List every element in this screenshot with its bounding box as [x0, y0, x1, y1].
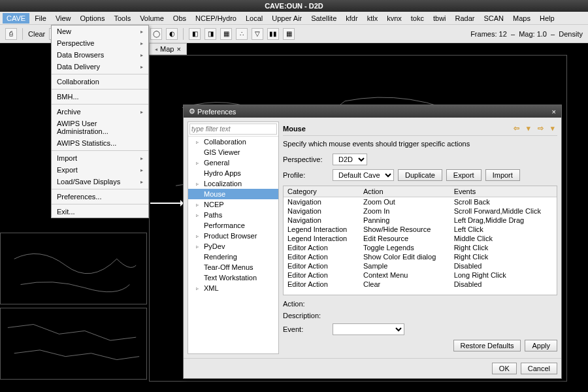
- map-thumb-1[interactable]: [0, 233, 147, 304]
- profile-select[interactable]: Default Cave: [333, 169, 394, 181]
- tree-node-hydroapps[interactable]: Hydro Apps: [188, 168, 278, 178]
- annotation-arrow: [150, 203, 183, 204]
- tree-node-general[interactable]: ▹General: [188, 157, 278, 168]
- restore-defaults-button[interactable]: Restore Defaults: [453, 340, 521, 351]
- tree-node-ncep[interactable]: ▹NCEP: [188, 199, 278, 210]
- cancel-button[interactable]: Cancel: [521, 363, 557, 374]
- menu-file[interactable]: File: [31, 13, 50, 24]
- menu-item-bmh[interactable]: BMH...: [52, 91, 148, 103]
- table-row[interactable]: Editor ActionContext MenuLong Right Clic…: [284, 270, 557, 280]
- event-label: Event:: [283, 325, 329, 333]
- table-row[interactable]: NavigationZoom OutScroll Back: [284, 197, 557, 207]
- tree-node-textworkstation[interactable]: Text Workstation: [188, 272, 278, 283]
- tab-map[interactable]: ◂ Map ×: [149, 43, 187, 55]
- map-thumb-2[interactable]: [0, 308, 147, 380]
- col-category[interactable]: Category: [284, 186, 359, 197]
- layer2-icon[interactable]: ◨: [204, 28, 216, 40]
- menu-view[interactable]: View: [52, 13, 75, 24]
- menu-tools[interactable]: Tools: [110, 13, 135, 24]
- menu-local[interactable]: Local: [242, 13, 267, 24]
- menu-item-archive[interactable]: Archive▸: [52, 106, 148, 118]
- menu-help[interactable]: Help: [536, 13, 559, 24]
- menu-ktlx[interactable]: ktlx: [363, 13, 382, 24]
- layer1-icon[interactable]: ◧: [189, 28, 201, 40]
- close-icon[interactable]: ×: [552, 108, 556, 116]
- ok-button[interactable]: OK: [492, 363, 517, 374]
- menu-item-awipsstatistics[interactable]: AWIPS Statistics...: [52, 137, 148, 149]
- menu-item-perspective[interactable]: Perspective▸: [52, 37, 148, 49]
- chevron-right-icon: ▸: [140, 52, 143, 58]
- perspective-select[interactable]: D2D: [333, 154, 367, 165]
- duplicate-button[interactable]: Duplicate: [398, 169, 442, 181]
- menu-item-preferences[interactable]: Preferences...: [52, 191, 148, 203]
- tree-node-gisviewer[interactable]: GIS Viewer: [188, 147, 278, 157]
- gear-icon: ⚙: [189, 107, 195, 116]
- menu-kfdr[interactable]: kfdr: [342, 13, 361, 24]
- layer3-icon[interactable]: ▦: [220, 28, 232, 40]
- import-button[interactable]: Import: [485, 169, 520, 181]
- table-row[interactable]: NavigationPanningLeft Drag,Middle Drag: [284, 216, 557, 225]
- menu-satellite[interactable]: Satellite: [307, 13, 340, 24]
- tree-node-paths[interactable]: ▹Paths: [188, 210, 278, 220]
- mouse-events-table[interactable]: CategoryActionEventsNavigationZoom OutSc…: [283, 186, 557, 295]
- grid1-icon[interactable]: ▮▮: [267, 28, 279, 40]
- filter-input[interactable]: [189, 123, 277, 135]
- menu-scan[interactable]: SCAN: [480, 13, 508, 24]
- menu-volume[interactable]: Volume: [136, 13, 168, 24]
- table-row[interactable]: Editor ActionSampleDisabled: [284, 261, 557, 270]
- menu-item-loadsavedisplays[interactable]: Load/Save Displays▸: [52, 176, 148, 188]
- menu-ncephydro[interactable]: NCEP/Hydro: [191, 13, 240, 24]
- tree-node-rendering[interactable]: Rendering: [188, 252, 278, 262]
- tree-node-pydev[interactable]: ▹PyDev: [188, 241, 278, 252]
- menu-kvnx[interactable]: kvnx: [383, 13, 406, 24]
- clear-button[interactable]: Clear: [28, 30, 45, 38]
- menu-tokc[interactable]: tokc: [407, 13, 428, 24]
- table-row[interactable]: Legend InteractionEdit ResourceMiddle Cl…: [284, 234, 557, 243]
- menu-upperair[interactable]: Upper Air: [268, 13, 306, 24]
- menu-obs[interactable]: Obs: [169, 13, 190, 24]
- table-row[interactable]: Legend InteractionShow/Hide ResourceLeft…: [284, 225, 557, 234]
- tree-expand-icon: ▹: [196, 160, 201, 166]
- tree-node-xml[interactable]: ▹XML: [188, 283, 278, 293]
- tree-node-productbrowser[interactable]: ▹Product Browser: [188, 231, 278, 241]
- tree-node-tearoffmenus[interactable]: Tear-Off Menus: [188, 262, 278, 272]
- col-events[interactable]: Events: [450, 186, 557, 197]
- menu-item-datadelivery[interactable]: Data Delivery▸: [52, 61, 148, 73]
- close-icon[interactable]: ×: [176, 45, 180, 53]
- table-row[interactable]: Editor ActionToggle LegendsRight Click: [284, 243, 557, 252]
- dots-icon[interactable]: ∴: [236, 28, 248, 40]
- step-icon[interactable]: ◐: [166, 28, 178, 40]
- menu-item-collaboration[interactable]: Collaboration: [52, 76, 148, 88]
- apply-button[interactable]: Apply: [525, 340, 557, 351]
- print-icon[interactable]: ⎙: [5, 28, 17, 40]
- tree-node-mouse[interactable]: Mouse: [188, 189, 278, 199]
- menu-radar[interactable]: Radar: [451, 13, 479, 24]
- menu-item-awipsuseradministration[interactable]: AWIPS User Administration...: [52, 118, 148, 137]
- event-select[interactable]: [333, 323, 404, 335]
- tree-node-performance[interactable]: Performance: [188, 220, 278, 231]
- menu-item-exit[interactable]: Exit...: [52, 206, 148, 218]
- menu-cave[interactable]: CAVE: [3, 13, 29, 24]
- export-button[interactable]: Export: [446, 169, 482, 181]
- chevron-right-icon: ▸: [140, 64, 143, 70]
- chevron-right-icon: ▸: [140, 29, 143, 35]
- chevron-right-icon: ▸: [140, 179, 143, 185]
- menu-item-export[interactable]: Export▸: [52, 164, 148, 176]
- grid2-icon[interactable]: ▦: [283, 28, 295, 40]
- filter-icon[interactable]: ▽: [252, 28, 263, 40]
- menu-options[interactable]: Options: [76, 13, 109, 24]
- menu-maps[interactable]: Maps: [509, 13, 534, 24]
- col-action[interactable]: Action: [359, 186, 450, 197]
- tree-node-collaboration[interactable]: ▹Collaboration: [188, 137, 278, 147]
- table-row[interactable]: Editor ActionShow Color Edit dialogRight…: [284, 252, 557, 261]
- menu-item-import[interactable]: Import▸: [52, 152, 148, 164]
- table-row[interactable]: Editor ActionClearDisabled: [284, 280, 557, 289]
- window-titlebar: CAVE:OUN - D2D: [0, 0, 588, 12]
- nav-history-icons[interactable]: ⇦ ▾ ⇨ ▾: [514, 124, 557, 133]
- menu-tbwi[interactable]: tbwi: [429, 13, 450, 24]
- tree-node-localization[interactable]: ▹Localization: [188, 178, 278, 189]
- menu-item-databrowsers[interactable]: Data Browsers▸: [52, 49, 148, 61]
- menu-item-new[interactable]: New▸: [52, 25, 148, 37]
- table-row[interactable]: NavigationZoom InScroll Forward,Middle C…: [284, 206, 557, 216]
- stop-icon[interactable]: ◯: [150, 28, 162, 40]
